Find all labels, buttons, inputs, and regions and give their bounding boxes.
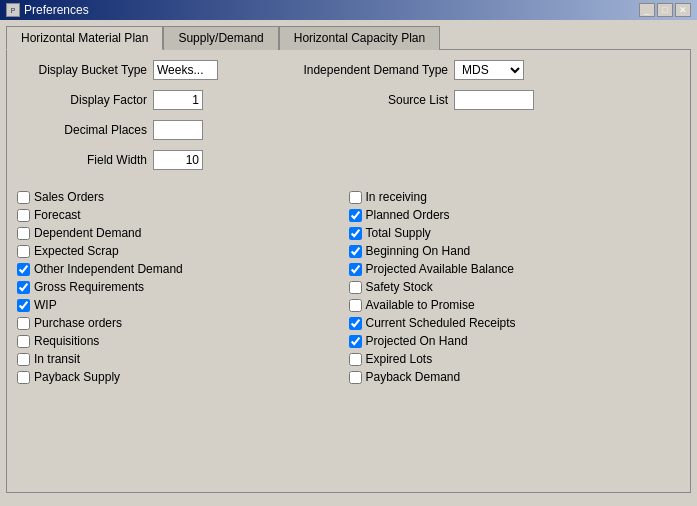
checkbox-forecast: Forecast bbox=[17, 208, 349, 222]
in-transit-checkbox[interactable] bbox=[17, 353, 30, 366]
checkbox-total-supply: Total Supply bbox=[349, 226, 681, 240]
tab-bar: Horizontal Material Plan Supply/Demand H… bbox=[6, 26, 691, 50]
projected-on-hand-checkbox[interactable] bbox=[349, 335, 362, 348]
top-form: Display Bucket Type Display Factor Decim… bbox=[17, 60, 680, 176]
display-factor-input[interactable] bbox=[153, 90, 203, 110]
display-bucket-type-input[interactable] bbox=[153, 60, 218, 80]
other-independent-demand-checkbox[interactable] bbox=[17, 263, 30, 276]
dependent-demand-label: Dependent Demand bbox=[34, 226, 141, 240]
checkbox-gross-requirements: Gross Requirements bbox=[17, 280, 349, 294]
checkbox-in-transit: In transit bbox=[17, 352, 349, 366]
tab-content: Display Bucket Type Display Factor Decim… bbox=[6, 49, 691, 493]
checkbox-expected-scrap: Expected Scrap bbox=[17, 244, 349, 258]
checkbox-projected-available-balance: Projected Available Balance bbox=[349, 262, 681, 276]
checkbox-in-receiving: In receiving bbox=[349, 190, 681, 204]
tab-horizontal-capacity[interactable]: Horizontal Capacity Plan bbox=[279, 26, 440, 50]
wip-checkbox[interactable] bbox=[17, 299, 30, 312]
dependent-demand-checkbox[interactable] bbox=[17, 227, 30, 240]
expired-lots-label: Expired Lots bbox=[366, 352, 433, 366]
window-body: Horizontal Material Plan Supply/Demand H… bbox=[0, 20, 697, 506]
total-supply-label: Total Supply bbox=[366, 226, 431, 240]
total-supply-checkbox[interactable] bbox=[349, 227, 362, 240]
safety-stock-checkbox[interactable] bbox=[349, 281, 362, 294]
checkbox-requisitions: Requisitions bbox=[17, 334, 349, 348]
projected-available-balance-label: Projected Available Balance bbox=[366, 262, 515, 276]
gross-requirements-checkbox[interactable] bbox=[17, 281, 30, 294]
planned-orders-checkbox[interactable] bbox=[349, 209, 362, 222]
expired-lots-checkbox[interactable] bbox=[349, 353, 362, 366]
right-form: Independent Demand Type MDS MPS Both Sou… bbox=[288, 60, 534, 176]
checkbox-dependent-demand: Dependent Demand bbox=[17, 226, 349, 240]
sales-orders-label: Sales Orders bbox=[34, 190, 104, 204]
requisitions-label: Requisitions bbox=[34, 334, 99, 348]
display-bucket-type-row: Display Bucket Type bbox=[17, 60, 218, 80]
projected-on-hand-label: Projected On Hand bbox=[366, 334, 468, 348]
field-width-row: Field Width bbox=[17, 150, 218, 170]
checkbox-beginning-on-hand: Beginning On Hand bbox=[349, 244, 681, 258]
expected-scrap-label: Expected Scrap bbox=[34, 244, 119, 258]
payback-demand-checkbox[interactable] bbox=[349, 371, 362, 384]
decimal-places-row: Decimal Places bbox=[17, 120, 218, 140]
payback-demand-label: Payback Demand bbox=[366, 370, 461, 384]
safety-stock-label: Safety Stock bbox=[366, 280, 433, 294]
decimal-places-label: Decimal Places bbox=[17, 123, 147, 137]
expected-scrap-checkbox[interactable] bbox=[17, 245, 30, 258]
checkbox-purchase-orders: Purchase orders bbox=[17, 316, 349, 330]
checkbox-projected-on-hand: Projected On Hand bbox=[349, 334, 681, 348]
planned-orders-label: Planned Orders bbox=[366, 208, 450, 222]
requisitions-checkbox[interactable] bbox=[17, 335, 30, 348]
display-factor-label: Display Factor bbox=[17, 93, 147, 107]
window-controls[interactable]: _ □ ✕ bbox=[639, 3, 691, 17]
payback-supply-label: Payback Supply bbox=[34, 370, 120, 384]
tab-supply-demand[interactable]: Supply/Demand bbox=[163, 26, 278, 50]
right-checkboxes: In receiving Planned Orders Total Supply… bbox=[349, 190, 681, 384]
source-list-input[interactable] bbox=[454, 90, 534, 110]
field-width-label: Field Width bbox=[17, 153, 147, 167]
purchase-orders-label: Purchase orders bbox=[34, 316, 122, 330]
payback-supply-checkbox[interactable] bbox=[17, 371, 30, 384]
window-title: Preferences bbox=[24, 3, 89, 17]
in-transit-label: In transit bbox=[34, 352, 80, 366]
beginning-on-hand-label: Beginning On Hand bbox=[366, 244, 471, 258]
close-button[interactable]: ✕ bbox=[675, 3, 691, 17]
maximize-button[interactable]: □ bbox=[657, 3, 673, 17]
checkbox-sales-orders: Sales Orders bbox=[17, 190, 349, 204]
source-list-row: Source List bbox=[288, 90, 534, 110]
forecast-checkbox[interactable] bbox=[17, 209, 30, 222]
field-width-input[interactable] bbox=[153, 150, 203, 170]
tab-horizontal-material[interactable]: Horizontal Material Plan bbox=[6, 26, 163, 50]
gross-requirements-label: Gross Requirements bbox=[34, 280, 144, 294]
checkbox-available-to-promise: Available to Promise bbox=[349, 298, 681, 312]
source-list-label: Source List bbox=[288, 93, 448, 107]
independent-demand-type-select[interactable]: MDS MPS Both bbox=[454, 60, 524, 80]
checkbox-other-independent-demand: Other Independent Demand bbox=[17, 262, 349, 276]
title-bar: P Preferences _ □ ✕ bbox=[0, 0, 697, 20]
current-scheduled-receipts-checkbox[interactable] bbox=[349, 317, 362, 330]
forecast-label: Forecast bbox=[34, 208, 81, 222]
sales-orders-checkbox[interactable] bbox=[17, 191, 30, 204]
checkbox-wip: WIP bbox=[17, 298, 349, 312]
left-checkboxes: Sales Orders Forecast Dependent Demand E… bbox=[17, 190, 349, 384]
beginning-on-hand-checkbox[interactable] bbox=[349, 245, 362, 258]
checkboxes-section: Sales Orders Forecast Dependent Demand E… bbox=[17, 190, 680, 384]
display-factor-row: Display Factor bbox=[17, 90, 218, 110]
purchase-orders-checkbox[interactable] bbox=[17, 317, 30, 330]
wip-label: WIP bbox=[34, 298, 57, 312]
independent-demand-type-row: Independent Demand Type MDS MPS Both bbox=[288, 60, 534, 80]
independent-demand-type-label: Independent Demand Type bbox=[288, 63, 448, 77]
current-scheduled-receipts-label: Current Scheduled Receipts bbox=[366, 316, 516, 330]
decimal-places-input[interactable] bbox=[153, 120, 203, 140]
checkbox-expired-lots: Expired Lots bbox=[349, 352, 681, 366]
in-receiving-label: In receiving bbox=[366, 190, 427, 204]
minimize-button[interactable]: _ bbox=[639, 3, 655, 17]
left-form: Display Bucket Type Display Factor Decim… bbox=[17, 60, 218, 176]
checkbox-current-scheduled-receipts: Current Scheduled Receipts bbox=[349, 316, 681, 330]
other-independent-demand-label: Other Independent Demand bbox=[34, 262, 183, 276]
available-to-promise-checkbox[interactable] bbox=[349, 299, 362, 312]
projected-available-balance-checkbox[interactable] bbox=[349, 263, 362, 276]
checkbox-planned-orders: Planned Orders bbox=[349, 208, 681, 222]
display-bucket-type-label: Display Bucket Type bbox=[17, 63, 147, 77]
app-icon: P bbox=[6, 3, 20, 17]
checkbox-payback-demand: Payback Demand bbox=[349, 370, 681, 384]
in-receiving-checkbox[interactable] bbox=[349, 191, 362, 204]
